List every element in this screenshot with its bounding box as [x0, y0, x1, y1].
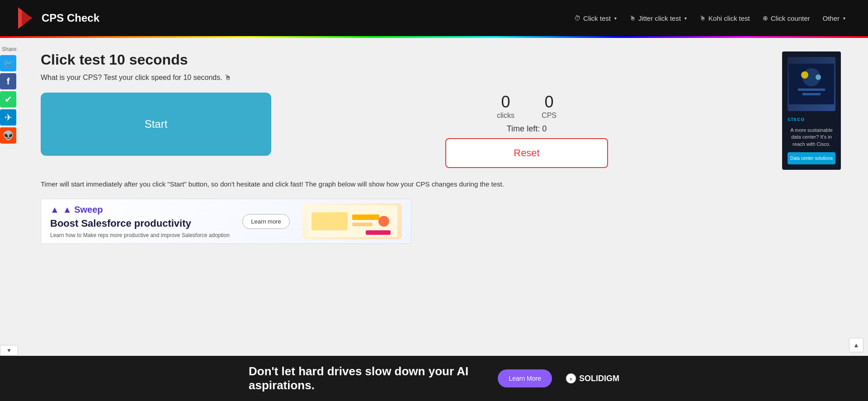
share-facebook-button[interactable]: f: [0, 73, 16, 89]
sweep-logo-icon: ▲: [50, 205, 59, 215]
main-content: Click test 10 seconds What is your CPS? …: [18, 38, 868, 257]
bottom-ad-learn-button[interactable]: Learn More: [498, 369, 552, 387]
bottom-ad-brand: S SOLIDIGM: [566, 373, 619, 384]
solidigm-logo-icon: S: [566, 373, 576, 384]
share-sidebar: Share: 🐦 f ✔ ✈ 👽: [0, 45, 19, 144]
collapse-button[interactable]: ▼: [0, 345, 18, 356]
bottom-ad-text: Don't let hard drives slow down your AI …: [249, 364, 484, 392]
clock-icon: ⏱: [574, 14, 580, 22]
sweep-learn-more-button[interactable]: Learn more: [242, 214, 289, 229]
page-title: Click test 10 seconds: [41, 51, 773, 68]
scroll-up-button[interactable]: ▲: [849, 338, 863, 352]
bottom-ad-content: Don't let hard drives slow down your AI …: [249, 364, 619, 392]
collapse-icon: ▼: [6, 347, 12, 354]
jitter-dropdown-icon: ▾: [684, 16, 687, 21]
time-left-label: Time left:: [507, 124, 540, 133]
svg-point-13: [816, 75, 821, 80]
svg-rect-10: [798, 89, 825, 91]
mouse-kohi-icon: 🖱: [699, 14, 706, 22]
sweep-logo: ▲ ▲ Sweep: [50, 205, 230, 215]
cisco-ad: cisco A more sustainable data center? It…: [782, 51, 841, 170]
main-nav: ⏱ Click test ▾ 🖱 Jitter click test ▾ 🖱 K…: [570, 12, 850, 25]
share-reddit-button[interactable]: 👽: [0, 127, 16, 144]
logo-link[interactable]: CPS Check: [18, 7, 99, 29]
mouse-jitter-icon: 🖱: [629, 14, 636, 22]
nav-other[interactable]: Other ▾: [818, 12, 850, 25]
sweep-ad-banner[interactable]: ▲ ▲ Sweep Boost Salesforce productivity …: [41, 199, 411, 244]
time-left-value: 0: [542, 124, 547, 133]
svg-rect-3: [311, 212, 348, 230]
svg-text:S: S: [570, 377, 572, 381]
nav-jitter-click-test[interactable]: 🖱 Jitter click test ▾: [625, 12, 691, 25]
bottom-ad-bar: Don't let hard drives slow down your AI …: [0, 356, 868, 401]
cisco-ad-image: [788, 57, 835, 111]
svg-rect-5: [352, 223, 373, 226]
click-area-row: Start 0 clicks 0 CPS Time left: 0: [41, 93, 773, 168]
share-label: Share:: [0, 45, 19, 53]
nav-click-counter-label: Click counter: [771, 14, 810, 22]
sweep-ad-title: Boost Salesforce productivity: [50, 218, 230, 229]
clicks-value: 0: [501, 93, 510, 112]
nav-jitter-label: Jitter click test: [638, 14, 681, 22]
reset-button[interactable]: Reset: [445, 138, 608, 168]
nav-click-test[interactable]: ⏱ Click test ▾: [570, 12, 621, 25]
svg-marker-1: [22, 11, 33, 25]
stats-panel: 0 clicks 0 CPS Time left: 0 Reset: [280, 93, 773, 168]
click-test-dropdown-icon: ▾: [614, 16, 617, 21]
cisco-tagline: A more sustainable data center? It's in …: [788, 127, 835, 148]
content-area: Click test 10 seconds What is your CPS? …: [41, 51, 773, 244]
cisco-logo: cisco: [788, 116, 835, 122]
cps-value: 0: [545, 93, 554, 112]
svg-point-12: [801, 71, 808, 79]
site-name: CPS Check: [42, 12, 99, 24]
svg-rect-11: [802, 93, 821, 95]
solidigm-brand-text: SOLIDIGM: [579, 374, 619, 383]
nav-other-label: Other: [822, 14, 840, 22]
start-button[interactable]: Start: [41, 93, 271, 156]
stats-row: 0 clicks 0 CPS: [497, 93, 557, 120]
sweep-ad-visual: [302, 203, 402, 239]
time-left: Time left: 0: [507, 124, 547, 134]
plus-circle-icon: ⊕: [763, 14, 768, 22]
description-text: Timer will start immediately after you c…: [41, 179, 773, 190]
scroll-up-icon: ▲: [853, 341, 859, 349]
cisco-cta-button[interactable]: Data center solutions: [788, 152, 835, 164]
share-twitter-button[interactable]: 🐦: [0, 55, 16, 71]
other-dropdown-icon: ▾: [843, 16, 845, 21]
svg-rect-4: [352, 214, 379, 220]
right-sidebar: cisco A more sustainable data center? It…: [782, 51, 845, 244]
header: CPS Check ⏱ Click test ▾ 🖱 Jitter click …: [0, 0, 868, 36]
svg-rect-7: [366, 230, 391, 235]
sweep-ad-left: ▲ ▲ Sweep Boost Salesforce productivity …: [50, 205, 230, 238]
cps-stat: 0 CPS: [542, 93, 557, 120]
clicks-label: clicks: [497, 112, 514, 120]
nav-click-counter[interactable]: ⊕ Click counter: [758, 12, 815, 25]
nav-kohi-click-test[interactable]: 🖱 Kohi click test: [695, 12, 755, 25]
clicks-stat: 0 clicks: [497, 93, 514, 120]
cps-label: CPS: [542, 112, 557, 120]
svg-point-6: [378, 216, 389, 227]
logo-icon: [18, 7, 36, 29]
nav-click-test-label: Click test: [583, 14, 611, 22]
share-whatsapp-button[interactable]: ✔: [0, 91, 16, 107]
sweep-ad-subtitle: Learn how to Make reps more productive a…: [50, 232, 230, 238]
sweep-logo-text: ▲ Sweep: [63, 205, 103, 215]
nav-kohi-label: Kohi click test: [708, 14, 750, 22]
share-telegram-button[interactable]: ✈: [0, 109, 16, 126]
page-subtitle: What is your CPS? Test your click speed …: [41, 74, 773, 82]
